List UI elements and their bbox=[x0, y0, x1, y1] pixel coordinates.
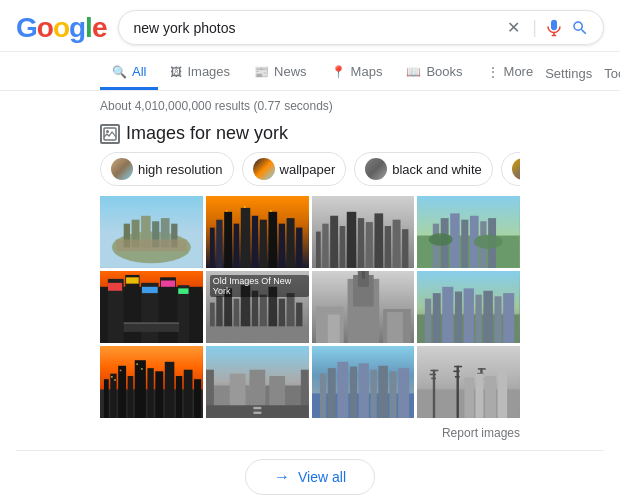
svg-point-47 bbox=[429, 233, 453, 246]
image-cell-12[interactable] bbox=[417, 346, 520, 418]
search-bar: new york photos ✕ | bbox=[118, 10, 604, 45]
settings-link[interactable]: Settings bbox=[545, 66, 592, 81]
tab-all-label: All bbox=[132, 64, 146, 79]
svg-rect-153 bbox=[485, 376, 496, 418]
svg-rect-10 bbox=[116, 239, 187, 251]
tools-link[interactable]: Tools bbox=[604, 66, 620, 81]
more-icon: ⋮ bbox=[487, 65, 499, 79]
chip-high-resolution[interactable]: high resolution bbox=[100, 152, 234, 186]
image-5 bbox=[100, 271, 203, 343]
svg-rect-89 bbox=[433, 293, 441, 343]
svg-rect-104 bbox=[147, 368, 153, 418]
image-cell-11[interactable] bbox=[312, 346, 415, 418]
image-cell-1[interactable] bbox=[100, 196, 203, 268]
svg-point-48 bbox=[474, 235, 502, 249]
overlay-text-6: Old Images Of New York bbox=[210, 275, 309, 297]
image-cell-6[interactable]: Old Images Of New York bbox=[206, 271, 309, 343]
svg-rect-19 bbox=[268, 212, 277, 268]
chip-wallpaper[interactable]: wallpaper bbox=[242, 152, 347, 186]
svg-rect-35 bbox=[384, 226, 390, 268]
close-icon[interactable]: ✕ bbox=[503, 18, 524, 37]
svg-rect-96 bbox=[503, 293, 514, 343]
svg-rect-102 bbox=[128, 376, 134, 418]
svg-rect-88 bbox=[425, 299, 431, 343]
svg-rect-54 bbox=[160, 277, 176, 343]
svg-rect-140 bbox=[431, 370, 439, 372]
image-cell-3[interactable] bbox=[312, 196, 415, 268]
tab-all[interactable]: 🔍 All bbox=[100, 56, 158, 90]
chip-high-quality[interactable]: high quality bbox=[501, 152, 520, 186]
tab-images-label: Images bbox=[187, 64, 230, 79]
svg-rect-91 bbox=[455, 291, 462, 342]
view-all-button[interactable]: → View all bbox=[245, 459, 375, 495]
mic-icon[interactable] bbox=[545, 19, 563, 37]
books-icon: 📖 bbox=[406, 65, 421, 79]
svg-rect-12 bbox=[210, 228, 215, 268]
svg-rect-23 bbox=[244, 206, 246, 208]
svg-rect-113 bbox=[136, 363, 138, 365]
image-8 bbox=[417, 271, 520, 343]
tab-maps[interactable]: 📍 Maps bbox=[319, 56, 395, 90]
maps-icon: 📍 bbox=[331, 65, 346, 79]
svg-rect-132 bbox=[358, 363, 368, 418]
images-heading-text: Images for new york bbox=[126, 123, 288, 144]
svg-rect-56 bbox=[191, 291, 203, 343]
image-cell-5[interactable] bbox=[100, 271, 203, 343]
image-11 bbox=[312, 346, 415, 418]
tab-books[interactable]: 📖 Books bbox=[394, 56, 474, 90]
svg-rect-152 bbox=[476, 374, 484, 418]
svg-point-1 bbox=[106, 130, 109, 133]
tab-images[interactable]: 🖼 Images bbox=[158, 56, 242, 90]
results-count: About 4,010,000,000 results (0.77 second… bbox=[100, 99, 333, 113]
svg-rect-37 bbox=[402, 229, 408, 268]
svg-rect-112 bbox=[120, 370, 122, 372]
image-cell-9[interactable] bbox=[100, 346, 203, 418]
svg-rect-101 bbox=[118, 366, 126, 418]
svg-rect-105 bbox=[155, 371, 163, 418]
svg-rect-20 bbox=[278, 224, 284, 268]
svg-rect-146 bbox=[455, 376, 460, 378]
svg-rect-36 bbox=[392, 220, 400, 268]
svg-rect-95 bbox=[495, 296, 502, 343]
chip-avatar-4 bbox=[512, 158, 520, 180]
svg-rect-133 bbox=[370, 370, 376, 418]
image-cell-4[interactable] bbox=[417, 196, 520, 268]
svg-rect-129 bbox=[327, 368, 335, 418]
image-grid: Old Images Of New York bbox=[100, 196, 520, 418]
svg-rect-134 bbox=[378, 366, 387, 418]
svg-rect-17 bbox=[252, 216, 258, 268]
chip-black-and-white[interactable]: black and white bbox=[354, 152, 493, 186]
search-icon[interactable] bbox=[571, 19, 589, 37]
svg-rect-114 bbox=[141, 368, 143, 370]
image-3 bbox=[312, 196, 415, 268]
image-cell-10[interactable] bbox=[206, 346, 309, 418]
tab-books-label: Books bbox=[426, 64, 462, 79]
svg-rect-93 bbox=[476, 295, 482, 343]
svg-rect-22 bbox=[296, 228, 302, 268]
svg-rect-106 bbox=[165, 362, 174, 418]
svg-rect-144 bbox=[454, 366, 462, 368]
image-cell-2[interactable] bbox=[206, 196, 309, 268]
chip-label-1: high resolution bbox=[138, 162, 223, 177]
svg-rect-43 bbox=[462, 220, 469, 268]
header: Google new york photos ✕ | bbox=[0, 0, 620, 52]
report-images-link[interactable]: Report images bbox=[100, 424, 520, 446]
images-section: Images for new york high resolution wall… bbox=[0, 117, 620, 450]
svg-rect-131 bbox=[349, 366, 356, 417]
svg-rect-76 bbox=[206, 326, 309, 343]
tab-maps-label: Maps bbox=[351, 64, 383, 79]
tab-more[interactable]: ⋮ More bbox=[475, 56, 546, 90]
tab-news-label: News bbox=[274, 64, 307, 79]
image-cell-8[interactable] bbox=[417, 271, 520, 343]
svg-rect-90 bbox=[443, 287, 454, 343]
svg-rect-63 bbox=[124, 322, 179, 324]
svg-rect-154 bbox=[498, 371, 507, 418]
svg-rect-34 bbox=[374, 213, 383, 268]
svg-rect-28 bbox=[322, 224, 328, 268]
image-cell-7[interactable] bbox=[312, 271, 415, 343]
tab-news[interactable]: 📰 News bbox=[242, 56, 319, 90]
search-input[interactable]: new york photos bbox=[133, 20, 495, 36]
chip-avatar-3 bbox=[365, 158, 387, 180]
svg-rect-16 bbox=[241, 208, 250, 268]
svg-rect-85 bbox=[387, 312, 403, 343]
